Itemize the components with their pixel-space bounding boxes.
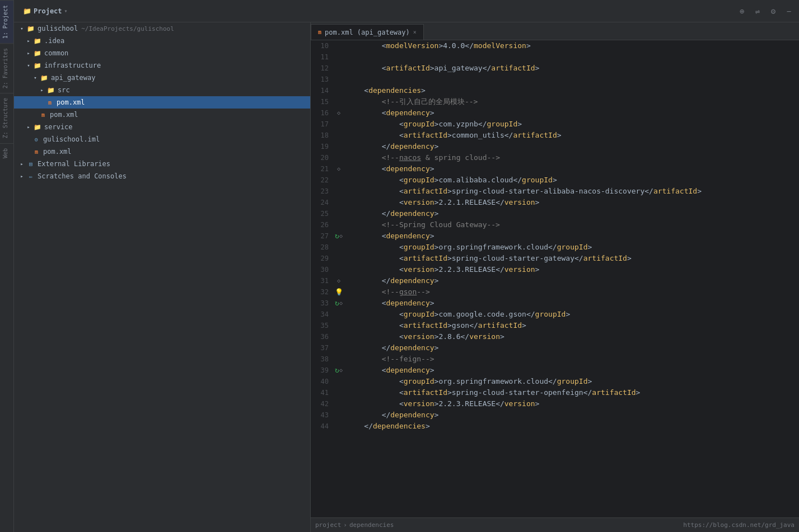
code-line-36: 36 <version>2.8.6</version> [311, 331, 799, 342]
tree-item-external-libs[interactable]: ⊞ External Libraries [14, 158, 310, 170]
line-num-43: 43 [311, 409, 333, 421]
line-num-40: 40 [311, 376, 333, 387]
line-num-14: 14 [311, 85, 333, 96]
line-num-17: 17 [311, 119, 333, 130]
bulb-icon-32[interactable]: 💡 [335, 286, 343, 298]
tree-item-gulischool[interactable]: 📁 gulischool ~/IdeaProjects/gulischool [14, 22, 310, 35]
code-line-23: 23 <artifactId>spring-cloud-starter-alib… [311, 186, 799, 197]
code-line-24: 24 <version>2.2.1.RELEASE</version> [311, 197, 799, 208]
code-line-37: 37 </dependency> [311, 342, 799, 354]
gutter-10 [333, 40, 344, 51]
arrow-service [25, 124, 32, 130]
line-content-38: <!--feign--> [344, 354, 799, 365]
line-content-31: </dependency> [344, 275, 799, 286]
line-content-33: <dependency> [344, 298, 799, 309]
line-num-18: 18 [311, 130, 333, 141]
code-line-28: 28 <groupId>org.springframework.cloud</g… [311, 242, 799, 253]
line-content-26: <!--Spring Cloud Gateway--> [344, 219, 799, 230]
gutter-23 [333, 186, 344, 197]
tree-item-service[interactable]: 📁 service [14, 121, 310, 133]
tree-item-scratches[interactable]: ✏ Scratches and Consoles [14, 170, 310, 182]
gutter-31: ◇ [333, 275, 344, 286]
line-content-10: <modelVersion>4.0.0</modelVersion> [344, 40, 799, 51]
line-content-32: <!--gson--> [344, 286, 799, 298]
breadcrumb-project: project [315, 521, 341, 529]
gutter-40 [333, 376, 344, 387]
line-num-27: 27 [311, 230, 333, 242]
line-num-44: 44 [311, 421, 333, 432]
label-src: src [58, 86, 70, 94]
code-line-32: 32 💡 <!--gson--> [311, 286, 799, 298]
line-num-31: 31 [311, 275, 333, 286]
arrow-infrastructure [25, 62, 32, 69]
tree-item-src[interactable]: 📁 src [14, 84, 310, 96]
line-num-39: 39 [311, 365, 333, 376]
line-content-15: <!--引入自己的全局模块--> [344, 96, 799, 107]
project-icon: 📁 [23, 7, 31, 15]
maven-icon-pom-api: m [45, 98, 54, 107]
line-content-42: <version>2.2.3.RELEASE</version> [344, 398, 799, 409]
gutter-44 [333, 421, 344, 432]
tree-item-infrastructure[interactable]: 📁 infrastructure [14, 59, 310, 72]
bookmark-icon-33: ◇ [339, 298, 343, 309]
tab-structure[interactable]: Z: Structure [0, 93, 13, 143]
label-infrastructure: infrastructure [44, 62, 101, 69]
line-content-13 [344, 74, 799, 85]
line-content-36: <version>2.8.6</version> [344, 331, 799, 342]
line-content-24: <version>2.2.1.RELEASE</version> [344, 197, 799, 208]
tree-item-api-gateway[interactable]: 📁 api_gateway [14, 72, 310, 84]
tab-title: pom.xml (api_gateway) [325, 29, 410, 36]
code-line-41: 41 <artifactId>spring-cloud-starter-open… [311, 387, 799, 398]
code-line-34: 34 <groupId>com.google.code.gson</groupI… [311, 309, 799, 320]
bookmark-icon-21: ◇ [337, 163, 340, 175]
tree-item-gulischool-iml[interactable]: ⚙ gulischool.iml [14, 133, 310, 145]
tree-item-pom-root[interactable]: m pom.xml [14, 145, 310, 158]
label-idea: .idea [44, 37, 64, 45]
line-num-36: 36 [311, 331, 333, 342]
maven-icon-pom-root: m [32, 147, 41, 156]
gutter-13 [333, 74, 344, 85]
folder-icon-infrastructure: 📁 [33, 61, 42, 70]
tab-web[interactable]: Web [0, 143, 13, 163]
tab-maven-icon: m [318, 29, 321, 35]
line-content-37: </dependency> [344, 342, 799, 354]
gutter-43 [333, 409, 344, 421]
tree-item-pom-infra[interactable]: m pom.xml [14, 109, 310, 121]
arrow-scratches [18, 173, 25, 180]
line-content-27: <dependency> [344, 230, 799, 242]
line-num-22: 22 [311, 175, 333, 186]
line-num-15: 15 [311, 96, 333, 107]
gutter-38 [333, 354, 344, 365]
gutter-33: ↻ ◇ [333, 298, 344, 309]
gear-icon[interactable]: ⚙ [768, 6, 779, 17]
project-title[interactable]: 📁 Project ▾ [18, 5, 72, 17]
line-content-16: <dependency> [344, 107, 799, 119]
tree-item-common[interactable]: 📁 common [14, 47, 310, 59]
tree-item-idea[interactable]: 📁 .idea [14, 35, 310, 47]
tab-project[interactable]: 1: Project [0, 0, 13, 43]
gutter-41 [333, 387, 344, 398]
line-num-26: 26 [311, 219, 333, 230]
gutter-27: ↻ ◇ [333, 230, 344, 242]
bookmark-icon-31: ◇ [337, 275, 340, 286]
line-num-24: 24 [311, 197, 333, 208]
status-bar: project › dependencies https://blog.csdn… [311, 517, 799, 532]
tab-close-button[interactable]: × [413, 29, 417, 35]
gutter-28 [333, 242, 344, 253]
line-num-35: 35 [311, 320, 333, 331]
label-gulischool-iml: gulischool.iml [43, 135, 100, 143]
gutter-32: 💡 [333, 286, 344, 298]
breadcrumb-separator: › [343, 521, 347, 529]
globe-icon[interactable]: ⊕ [736, 6, 747, 17]
tree-item-pom-api[interactable]: m pom.xml [14, 96, 310, 109]
iml-icon: ⚙ [32, 135, 41, 144]
code-line-39: 39 ↻ ◇ <dependency> [311, 365, 799, 376]
line-num-41: 41 [311, 387, 333, 398]
dropdown-icon[interactable]: ▾ [64, 8, 68, 14]
minus-icon[interactable]: − [783, 6, 795, 17]
editor-tab-pom-xml[interactable]: m pom.xml (api_gateway) × [311, 24, 424, 40]
tab-favorites[interactable]: 2: Favorites [0, 43, 13, 93]
split-icon[interactable]: ⇌ [752, 6, 763, 17]
code-editor[interactable]: 10 <modelVersion>4.0.0</modelVersion> 11… [311, 40, 799, 517]
scratches-icon: ✏ [26, 172, 35, 181]
